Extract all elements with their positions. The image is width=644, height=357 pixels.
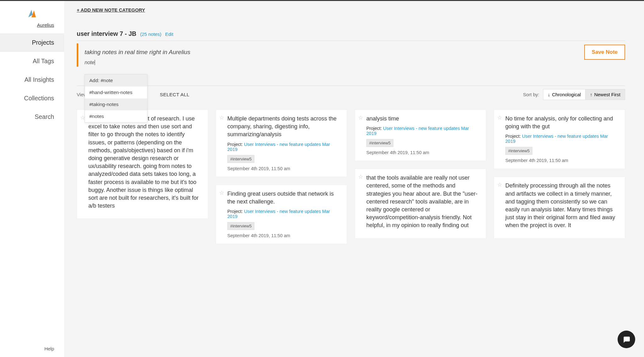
nav-item-projects[interactable]: Projects bbox=[0, 33, 64, 52]
note-card[interactable]: ☆ that the tools available are really no… bbox=[355, 169, 486, 238]
note-text: analysis time bbox=[366, 115, 480, 123]
note-timestamp: September 4th 2019, 11:50 am bbox=[227, 233, 341, 238]
note-card[interactable]: ☆ Finding great users outside that netwo… bbox=[216, 185, 347, 244]
notes-toolbar: View SELECT ALL Sort by: ↓ Chronological… bbox=[77, 86, 625, 100]
category-header: user interview 7 - JB (25 notes) Edit bbox=[77, 30, 625, 37]
save-note-button[interactable]: Save Note bbox=[584, 45, 625, 60]
tag-chip[interactable]: #interview5 bbox=[505, 147, 532, 155]
sort-chronological-button[interactable]: ↓ Chronological bbox=[543, 89, 586, 100]
dropdown-option[interactable]: #hand-written-notes bbox=[85, 86, 147, 98]
star-icon[interactable]: ☆ bbox=[358, 114, 363, 121]
tag-chip[interactable]: #interview5 bbox=[227, 155, 254, 163]
project-line: Project: User Interviews - new feature u… bbox=[366, 126, 480, 136]
tag-chip[interactable]: #interview5 bbox=[366, 139, 393, 147]
note-card[interactable]: ☆ analysis time Project: User Interviews… bbox=[355, 109, 486, 161]
compose-note: taking notes in real time right in Aurel… bbox=[77, 43, 625, 67]
main-nav: Projects All Tags All Insights Collectio… bbox=[0, 33, 64, 126]
note-text: Finding great users outside that network… bbox=[227, 190, 341, 206]
note-timestamp: September 4th 2019, 11:50 am bbox=[227, 166, 341, 171]
star-icon[interactable]: ☆ bbox=[497, 181, 502, 188]
note-card[interactable]: ☆ Definitely processing through all the … bbox=[494, 176, 625, 238]
note-text: that the tools available are really not … bbox=[366, 174, 480, 229]
tag-input[interactable]: note bbox=[85, 60, 95, 65]
star-icon[interactable]: ☆ bbox=[358, 173, 363, 180]
sort-by-label: Sort by: bbox=[523, 92, 539, 97]
tag-autocomplete-dropdown: Add: #note #hand-written-notes #taking-n… bbox=[85, 74, 147, 123]
arrow-down-icon: ↓ bbox=[548, 92, 550, 97]
sort-newest-button[interactable]: ↑ Newest First bbox=[586, 89, 625, 100]
select-all-button[interactable]: SELECT ALL bbox=[160, 92, 189, 98]
star-icon[interactable]: ☆ bbox=[219, 114, 224, 121]
sort-newest-label: Newest First bbox=[594, 92, 620, 97]
project-line: Project: User Interviews - new feature u… bbox=[227, 209, 341, 219]
edit-category-link[interactable]: Edit bbox=[165, 31, 173, 37]
note-text: Definitely processing through all the no… bbox=[505, 182, 619, 229]
main-content: + ADD NEW NOTE CATEGORY user interview 7… bbox=[64, 1, 644, 357]
tag-chip[interactable]: #interview5 bbox=[227, 222, 254, 230]
note-timestamp: September 4th 2019, 11:50 am bbox=[366, 150, 480, 155]
sort-chronological-label: Chronological bbox=[552, 92, 581, 97]
chat-icon bbox=[622, 335, 630, 343]
chat-widget-button[interactable] bbox=[618, 331, 635, 348]
note-text: Multiple departments doing tests across … bbox=[227, 115, 341, 139]
arrow-up-icon: ↑ bbox=[590, 92, 592, 97]
dropdown-option[interactable]: #taking-notes bbox=[85, 98, 147, 110]
app-logo bbox=[0, 1, 64, 22]
sidebar: Aurelius Projects All Tags All Insights … bbox=[0, 1, 64, 357]
add-category-button[interactable]: + ADD NEW NOTE CATEGORY bbox=[77, 7, 145, 13]
project-line: Project: User Interviews - new feature u… bbox=[227, 142, 341, 152]
nav-item-insights[interactable]: All Insights bbox=[0, 70, 64, 89]
note-timestamp: September 4th 2019, 11:50 am bbox=[505, 158, 619, 163]
note-card[interactable]: ☆ t time consuming aspect of research. I… bbox=[77, 109, 208, 219]
nav-item-tags[interactable]: All Tags bbox=[0, 52, 64, 70]
dropdown-option[interactable]: #notes bbox=[85, 110, 147, 122]
note-text: t time consuming aspect of research. I u… bbox=[88, 115, 202, 210]
star-icon[interactable]: ☆ bbox=[219, 189, 224, 196]
compose-text-input[interactable]: taking notes in real time right in Aurel… bbox=[85, 49, 584, 56]
note-text: No time for analysis, only for collectin… bbox=[505, 115, 619, 131]
help-link[interactable]: Help bbox=[0, 340, 64, 357]
note-card[interactable]: ☆ No time for analysis, only for collect… bbox=[494, 109, 625, 169]
dropdown-add-new[interactable]: Add: #note bbox=[85, 75, 147, 86]
category-title: user interview 7 - JB bbox=[77, 30, 136, 37]
divider bbox=[77, 41, 625, 41]
nav-item-search[interactable]: Search bbox=[0, 108, 64, 126]
brand-name[interactable]: Aurelius bbox=[0, 22, 64, 33]
note-card[interactable]: ☆ Multiple departments doing tests acros… bbox=[216, 109, 347, 177]
notes-count[interactable]: (25 notes) bbox=[140, 31, 162, 37]
star-icon[interactable]: ☆ bbox=[497, 114, 502, 121]
nav-item-collections[interactable]: Collections bbox=[0, 89, 64, 108]
notes-grid: ☆ t time consuming aspect of research. I… bbox=[77, 109, 625, 244]
project-line: Project: User Interviews - new feature u… bbox=[505, 134, 619, 144]
